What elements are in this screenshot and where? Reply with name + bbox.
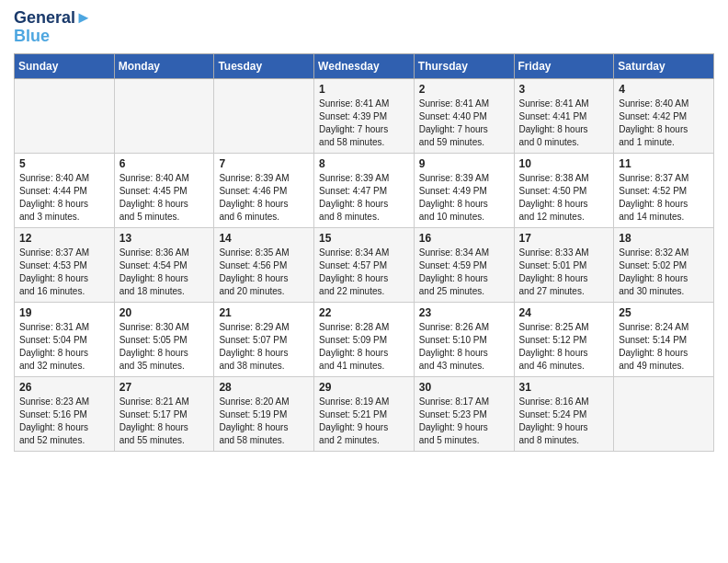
day-info: Sunset: 4:42 PM xyxy=(619,110,709,123)
day-number: 31 xyxy=(519,381,609,394)
day-number: 12 xyxy=(19,232,109,245)
calendar-day-cell: 10Sunrise: 8:38 AMSunset: 4:50 PMDayligh… xyxy=(514,153,614,227)
calendar-day-cell: 6Sunrise: 8:40 AMSunset: 4:45 PMDaylight… xyxy=(114,153,214,227)
day-info: Sunrise: 8:38 AM xyxy=(519,172,609,185)
day-info: Sunrise: 8:37 AM xyxy=(19,247,109,259)
day-info: Daylight: 8 hours xyxy=(619,272,709,285)
day-info: Daylight: 8 hours xyxy=(219,421,309,434)
calendar-day-cell: 5Sunrise: 8:40 AMSunset: 4:44 PMDaylight… xyxy=(15,153,115,227)
day-info: Sunset: 4:56 PM xyxy=(219,259,309,272)
day-info: Daylight: 8 hours xyxy=(519,347,609,360)
day-info: Sunset: 4:52 PM xyxy=(619,185,709,198)
calendar-empty-cell xyxy=(15,78,115,153)
calendar-empty-cell xyxy=(114,78,214,153)
day-info: Sunrise: 8:41 AM xyxy=(419,98,509,110)
day-number: 28 xyxy=(219,381,309,394)
day-number: 26 xyxy=(19,381,109,394)
calendar-day-cell: 1Sunrise: 8:41 AMSunset: 4:39 PMDaylight… xyxy=(314,78,415,153)
calendar-day-cell: 11Sunrise: 8:37 AMSunset: 4:52 PMDayligh… xyxy=(614,153,714,227)
day-info: Daylight: 8 hours xyxy=(219,198,309,211)
day-info: Sunset: 5:17 PM xyxy=(119,408,210,421)
calendar-day-cell: 27Sunrise: 8:21 AMSunset: 5:17 PMDayligh… xyxy=(114,376,214,451)
day-info: Sunrise: 8:37 AM xyxy=(619,172,709,185)
day-info: Sunset: 5:07 PM xyxy=(219,334,309,347)
calendar-week-row: 26Sunrise: 8:23 AMSunset: 5:16 PMDayligh… xyxy=(15,376,714,451)
day-info: Daylight: 7 hours xyxy=(319,123,409,136)
weekday-header: Wednesday xyxy=(314,53,415,78)
day-info: Daylight: 8 hours xyxy=(319,347,409,360)
day-info: Sunrise: 8:39 AM xyxy=(219,172,309,185)
day-info: Sunset: 4:49 PM xyxy=(419,185,509,198)
day-info: Sunset: 4:59 PM xyxy=(419,259,509,272)
day-info: Sunset: 4:57 PM xyxy=(319,259,409,272)
day-info: and 14 minutes. xyxy=(619,211,709,224)
day-info: Sunrise: 8:28 AM xyxy=(319,321,409,334)
calendar-day-cell: 28Sunrise: 8:20 AMSunset: 5:19 PMDayligh… xyxy=(214,376,314,451)
day-info: Daylight: 8 hours xyxy=(219,347,309,360)
day-info: and 58 minutes. xyxy=(219,434,309,447)
day-info: and 10 minutes. xyxy=(419,211,509,224)
day-info: Sunset: 5:21 PM xyxy=(319,408,409,421)
day-info: Daylight: 8 hours xyxy=(519,123,609,136)
calendar-day-cell: 12Sunrise: 8:37 AMSunset: 4:53 PMDayligh… xyxy=(15,227,115,302)
day-info: Daylight: 8 hours xyxy=(119,272,210,285)
day-info: Daylight: 8 hours xyxy=(419,347,509,360)
day-info: Sunrise: 8:19 AM xyxy=(319,396,409,408)
calendar-day-cell: 9Sunrise: 8:39 AMSunset: 4:49 PMDaylight… xyxy=(414,153,514,227)
day-info: Sunrise: 8:35 AM xyxy=(219,247,309,259)
day-info: Sunrise: 8:30 AM xyxy=(119,321,210,334)
calendar-table: SundayMondayTuesdayWednesdayThursdayFrid… xyxy=(14,53,714,452)
calendar-day-cell: 8Sunrise: 8:39 AMSunset: 4:47 PMDaylight… xyxy=(314,153,415,227)
calendar-day-cell: 22Sunrise: 8:28 AMSunset: 5:09 PMDayligh… xyxy=(314,302,415,376)
day-info: Sunset: 4:45 PM xyxy=(119,185,210,198)
day-number: 1 xyxy=(319,83,409,96)
day-info: and 38 minutes. xyxy=(219,360,309,373)
day-number: 9 xyxy=(419,157,509,170)
calendar-day-cell: 21Sunrise: 8:29 AMSunset: 5:07 PMDayligh… xyxy=(214,302,314,376)
calendar-day-cell: 29Sunrise: 8:19 AMSunset: 5:21 PMDayligh… xyxy=(314,376,415,451)
calendar-day-cell: 31Sunrise: 8:16 AMSunset: 5:24 PMDayligh… xyxy=(514,376,614,451)
calendar-day-cell: 18Sunrise: 8:32 AMSunset: 5:02 PMDayligh… xyxy=(614,227,714,302)
weekday-header: Sunday xyxy=(15,53,115,78)
day-info: Sunrise: 8:24 AM xyxy=(619,321,709,334)
day-number: 27 xyxy=(119,381,210,394)
day-info: Daylight: 8 hours xyxy=(619,347,709,360)
day-info: Sunrise: 8:31 AM xyxy=(19,321,109,334)
day-info: and 41 minutes. xyxy=(319,360,409,373)
header-row: SundayMondayTuesdayWednesdayThursdayFrid… xyxy=(15,53,714,78)
day-info: Sunrise: 8:16 AM xyxy=(519,396,609,408)
day-info: and 1 minute. xyxy=(619,136,709,149)
day-info: Daylight: 8 hours xyxy=(119,198,210,211)
day-info: Sunset: 4:46 PM xyxy=(219,185,309,198)
day-info: Sunset: 5:16 PM xyxy=(19,408,109,421)
day-info: Sunset: 4:53 PM xyxy=(19,259,109,272)
day-info: Sunrise: 8:26 AM xyxy=(419,321,509,334)
day-number: 13 xyxy=(119,232,210,245)
calendar-day-cell: 4Sunrise: 8:40 AMSunset: 4:42 PMDaylight… xyxy=(614,78,714,153)
day-info: Sunrise: 8:40 AM xyxy=(619,98,709,110)
day-info: Daylight: 8 hours xyxy=(519,272,609,285)
day-info: Daylight: 8 hours xyxy=(119,421,210,434)
day-info: Daylight: 8 hours xyxy=(19,198,109,211)
day-info: Sunset: 4:44 PM xyxy=(19,185,109,198)
day-info: Sunset: 4:54 PM xyxy=(119,259,210,272)
calendar-week-row: 12Sunrise: 8:37 AMSunset: 4:53 PMDayligh… xyxy=(15,227,714,302)
day-info: Sunset: 5:09 PM xyxy=(319,334,409,347)
day-number: 4 xyxy=(619,83,709,96)
day-number: 5 xyxy=(19,157,109,170)
day-info: Sunrise: 8:39 AM xyxy=(419,172,509,185)
day-number: 2 xyxy=(419,83,509,96)
day-info: and 6 minutes. xyxy=(219,211,309,224)
calendar-day-cell: 24Sunrise: 8:25 AMSunset: 5:12 PMDayligh… xyxy=(514,302,614,376)
day-info: Daylight: 8 hours xyxy=(19,347,109,360)
day-info: Daylight: 8 hours xyxy=(419,198,509,211)
day-info: Daylight: 7 hours xyxy=(419,123,509,136)
day-number: 3 xyxy=(519,83,609,96)
day-info: Sunrise: 8:34 AM xyxy=(319,247,409,259)
calendar-day-cell: 14Sunrise: 8:35 AMSunset: 4:56 PMDayligh… xyxy=(214,227,314,302)
day-info: Daylight: 9 hours xyxy=(319,421,409,434)
day-info: Daylight: 9 hours xyxy=(419,421,509,434)
day-number: 22 xyxy=(319,306,409,319)
day-info: and 8 minutes. xyxy=(519,434,609,447)
day-info: Sunset: 4:39 PM xyxy=(319,110,409,123)
